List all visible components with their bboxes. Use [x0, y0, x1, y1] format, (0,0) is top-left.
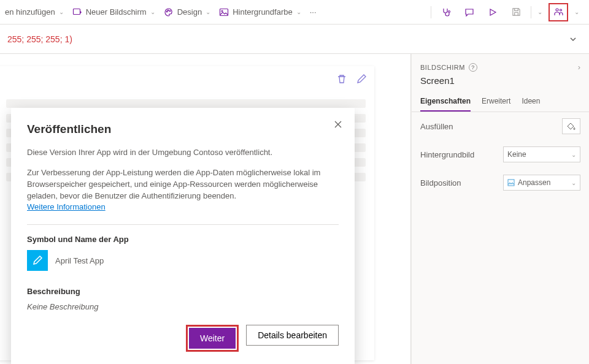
- edit-details-button[interactable]: Details bearbeiten: [246, 325, 339, 346]
- chevron-down-icon: ⌄: [571, 151, 576, 158]
- screen-name: Screen1: [412, 75, 589, 92]
- dialog-divider: [27, 224, 339, 225]
- prop-bgimage-row: Hintergrundbild Keine ⌄: [412, 140, 589, 169]
- dialog-body1: Diese Version Ihrer App wird in der Umge…: [27, 147, 339, 159]
- pencil-icon: [32, 255, 43, 266]
- prop-imgpos-row: Bildposition Anpassen ⌄: [412, 169, 589, 197]
- chevron-right-icon[interactable]: ›: [578, 63, 580, 72]
- add-data-button[interactable]: en hinzufügen ⌄: [5, 7, 64, 17]
- toolbar-divider: [431, 6, 431, 18]
- prop-fill-label: Ausfüllen: [420, 122, 453, 131]
- close-button[interactable]: [334, 120, 342, 131]
- formula-bar[interactable]: 255; 255; 255; 1): [0, 25, 589, 54]
- palette-icon: [164, 7, 174, 17]
- dialog-title: Veröffentlichen: [27, 123, 339, 136]
- panel-tabs: Eigenschaften Erweitert Ideen: [412, 92, 589, 112]
- image-icon: [219, 7, 229, 17]
- app-icon: [27, 250, 48, 271]
- svg-point-3: [169, 10, 171, 12]
- properties-panel: BILDSCHIRM ? › Screen1 Eigenschaften Erw…: [411, 54, 589, 364]
- pencil-icon[interactable]: [356, 74, 367, 85]
- image-icon: [507, 179, 515, 186]
- more-info-link[interactable]: Weitere Informationen: [27, 202, 106, 211]
- tab-ideas[interactable]: Ideen: [522, 92, 540, 112]
- svg-point-1: [166, 11, 167, 12]
- chevron-down-icon: ⌄: [150, 9, 155, 15]
- chevron-down-icon: ⌄: [571, 180, 576, 186]
- chevron-down-icon: ⌄: [296, 9, 301, 15]
- chat-icon: [464, 7, 474, 17]
- svg-point-2: [167, 10, 169, 11]
- dialog-actions: Weiter Details bearbeiten: [27, 325, 339, 352]
- app-identity-row: April Test App: [27, 250, 339, 271]
- checker-button[interactable]: [437, 4, 455, 21]
- svg-point-6: [448, 10, 450, 12]
- help-icon[interactable]: ?: [469, 63, 477, 72]
- tab-advanced[interactable]: Erweitert: [482, 92, 510, 112]
- trash-icon[interactable]: [336, 74, 347, 85]
- chevron-down-icon[interactable]: ⌄: [537, 9, 542, 15]
- svg-point-5: [221, 10, 223, 12]
- stethoscope-icon: [441, 7, 451, 17]
- top-toolbar: en hinzufügen ⌄ Neuer Bildschirm ⌄ Desig…: [0, 0, 589, 25]
- play-icon: [488, 8, 497, 17]
- new-screen-button[interactable]: Neuer Bildschirm ⌄: [72, 7, 155, 17]
- bgcolor-button[interactable]: Hintergrundfarbe ⌄: [219, 7, 301, 17]
- prop-fill-row: Ausfüllen: [412, 112, 589, 140]
- description-value: Keine Beschreibung: [27, 302, 339, 311]
- bgcolor-label: Hintergrundfarbe: [233, 7, 293, 17]
- formula-expand-button[interactable]: [564, 31, 582, 48]
- new-screen-label: Neuer Bildschirm: [86, 7, 147, 17]
- new-screen-icon: [72, 7, 82, 17]
- panel-header: BILDSCHIRM ? ›: [412, 54, 589, 75]
- svg-rect-0: [73, 9, 80, 14]
- panel-header-label: BILDSCHIRM: [420, 64, 465, 71]
- section-description: Beschreibung: [27, 287, 339, 296]
- add-data-label: en hinzufügen: [5, 7, 55, 17]
- chevron-down-icon: ⌄: [59, 9, 64, 15]
- prop-imgpos-label: Bildposition: [420, 178, 461, 188]
- fill-color-swatch[interactable]: [562, 118, 580, 134]
- formula-expression: 255; 255; 255; 1): [7, 34, 72, 44]
- teams-icon: [553, 7, 564, 17]
- imgpos-select[interactable]: Anpassen ⌄: [503, 175, 580, 191]
- canvas-actions: [336, 74, 367, 85]
- more-button[interactable]: ···: [310, 7, 317, 17]
- next-button-highlight: Weiter: [186, 325, 239, 352]
- svg-rect-4: [220, 9, 228, 15]
- imgpos-value: Anpassen: [518, 178, 550, 187]
- svg-rect-9: [508, 180, 514, 186]
- teams-button-highlight: [549, 3, 568, 21]
- toolbar-left: en hinzufügen ⌄ Neuer Bildschirm ⌄ Desig…: [5, 7, 431, 17]
- dialog-body2: Zur Verbesserung der App-Leistung werden…: [27, 167, 339, 213]
- publish-dialog: Veröffentlichen Diese Version Ihrer App …: [11, 108, 355, 364]
- section-iconname: Symbol und Name der App: [27, 235, 339, 244]
- teams-button[interactable]: [550, 4, 567, 21]
- play-button[interactable]: [484, 4, 501, 21]
- design-button[interactable]: Design ⌄: [164, 7, 210, 17]
- chevron-down-icon: [569, 35, 577, 44]
- chevron-down-icon: ⌄: [206, 9, 210, 15]
- svg-point-7: [556, 9, 558, 11]
- save-icon: [512, 7, 521, 17]
- comments-button[interactable]: [461, 4, 478, 21]
- tab-properties[interactable]: Eigenschaften: [420, 92, 471, 112]
- toolbar-right: ⌄ ⌄: [431, 3, 584, 21]
- design-label: Design: [177, 7, 202, 17]
- app-name: April Test App: [55, 256, 104, 265]
- save-button[interactable]: [507, 4, 525, 21]
- close-icon: [334, 120, 342, 129]
- bgimage-select[interactable]: Keine ⌄: [503, 146, 580, 162]
- chevron-down-icon[interactable]: ⌄: [574, 9, 579, 15]
- svg-point-8: [560, 9, 561, 11]
- bucket-icon: [567, 122, 576, 131]
- prop-bgimage-label: Hintergrundbild: [420, 150, 474, 159]
- toolbar-divider: [531, 6, 531, 18]
- next-button[interactable]: Weiter: [189, 328, 236, 349]
- list-item: [6, 99, 366, 108]
- bgimage-value: Keine: [507, 150, 526, 159]
